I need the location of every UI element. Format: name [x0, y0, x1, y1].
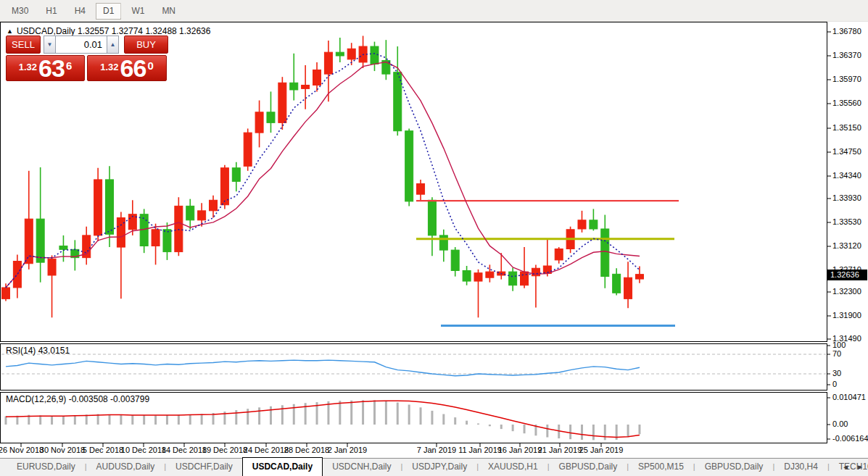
- timeframe-button-h4[interactable]: H4: [67, 3, 93, 20]
- macd-axis-label: 0.00: [832, 419, 848, 428]
- symbol-tab-usdcad-3[interactable]: USDCAD,Daily: [242, 457, 323, 476]
- sell-price-big-digits: 63: [38, 59, 65, 79]
- timeframe-button-w1[interactable]: W1: [124, 3, 152, 20]
- timeframe-buttons: M30H1H4D1W1MN: [0, 4, 184, 16]
- sell-price-prefix: 1.32: [19, 59, 37, 75]
- timeframe-button-d1[interactable]: D1: [96, 3, 121, 20]
- symbol-tab-sp500-8[interactable]: SP500,M15: [629, 459, 693, 476]
- date-axis-label: 5 Dec 2018: [83, 446, 123, 454]
- price-axis-label: 1.31900: [832, 311, 861, 320]
- date-axis-label: 21 Jan 2019: [538, 446, 582, 454]
- symbol-tab-gbpusd-7[interactable]: GBPUSD,Daily: [550, 459, 627, 476]
- current-price-tag: 1.32636: [827, 270, 867, 280]
- date-axis-label: 14 Dec 2018: [162, 446, 207, 454]
- rsi-axis-label: 70: [832, 349, 841, 358]
- volume-decrease-button[interactable]: ▼: [44, 36, 56, 54]
- symbol-tab-usdcnh-4[interactable]: USDCNH,Daily: [323, 459, 400, 476]
- symbol-tab-usdjpy-5[interactable]: USDJPY,Daily: [402, 459, 476, 476]
- symbol-tabs: EURUSD,Daily|AUDUSD,Daily|USDCHF,DailyUS…: [7, 459, 868, 476]
- symbol-tab-dj30-10[interactable]: DJ30,H4: [774, 459, 827, 476]
- price-axis-label: 1.32300: [832, 287, 861, 296]
- one-click-trading-widget: SELL ▼ ▲ BUY 1.32 63 6 1.32 66 0: [6, 36, 168, 81]
- rsi-axis-label: 100: [832, 341, 846, 349]
- buy-price-big-digits: 66: [120, 59, 146, 79]
- buy-price-prefix: 1.32: [100, 59, 118, 75]
- sell-price-panel[interactable]: 1.32 63 6: [6, 55, 85, 81]
- price-axis-label: 1.36370: [832, 51, 861, 59]
- price-axis-label: 1.33120: [832, 241, 861, 250]
- date-axis-label: 10 Dec 2018: [121, 446, 166, 454]
- timeframe-toolbar: M30H1H4D1W1MN: [0, 0, 868, 22]
- date-axis-label: 19 Dec 2018: [202, 446, 247, 454]
- symbol-tabbar: EURUSD,Daily|AUDUSD,Daily|USDCHF,DailyUS…: [0, 458, 868, 476]
- price-axis-label: 1.33930: [832, 193, 861, 202]
- macd-axis-label: 0.010471: [832, 393, 866, 401]
- date-axis-label: 11 Jan 2019: [458, 446, 502, 454]
- tab-scroll-right-icon[interactable]: ►: [856, 463, 864, 471]
- macd-axis-label: -0.006164: [832, 434, 868, 443]
- rsi-label: RSI(14) 43.0151: [6, 346, 70, 356]
- volume-stepper: ▼ ▲: [44, 36, 119, 54]
- macd-label: MACD(12,26,9) -0.003508 -0.003799: [6, 394, 149, 404]
- rsi-axis-label: 30: [832, 369, 841, 377]
- chart-ohlc-values: 1.32557 1.32774 1.32488 1.32636: [78, 26, 211, 36]
- date-axis-label: 30 Nov 2018: [40, 446, 85, 454]
- price-axis-label: 1.36780: [832, 27, 861, 36]
- symbol-tab-audusd-1[interactable]: AUDUSD,Daily: [87, 459, 165, 476]
- toolbar-separator: [120, 3, 121, 18]
- timeframe-button-h1[interactable]: H1: [38, 3, 64, 20]
- buy-price-pip-digit: 0: [147, 57, 153, 74]
- collapse-triangle-icon[interactable]: ▲: [7, 28, 13, 35]
- symbol-tab-xauusd-6[interactable]: XAUUSD,H1: [479, 459, 547, 476]
- price-axis-label: 1.35560: [832, 99, 861, 107]
- tab-scroll-left-icon[interactable]: ◄: [842, 463, 849, 471]
- price-axis-label: 1.35970: [832, 75, 861, 83]
- timeframe-button-m30[interactable]: M30: [4, 3, 36, 20]
- buy-button[interactable]: BUY: [124, 36, 168, 54]
- chart-symbol-label: USDCAD,Daily: [17, 26, 75, 36]
- sell-button[interactable]: SELL: [6, 36, 41, 54]
- sell-price-pip-digit: 6: [66, 57, 72, 74]
- date-axis-label: 25 Jan 2019: [579, 446, 624, 454]
- date-axis-label: 28 Dec 2018: [284, 446, 329, 454]
- date-axis-label: 24 Dec 2018: [244, 446, 289, 454]
- price-axis-label: 1.33530: [832, 217, 861, 226]
- symbol-tab-usdchf-2[interactable]: USDCHF,Daily: [166, 459, 242, 476]
- price-axis-label: 1.35150: [832, 123, 861, 132]
- symbol-tab-gbpusd-9[interactable]: GBPUSD,Daily: [695, 459, 773, 476]
- volume-increase-button[interactable]: ▲: [107, 36, 119, 54]
- date-axis-label: 26 Nov 2018: [0, 446, 44, 454]
- rsi-axis-label: 0: [832, 380, 837, 388]
- buy-price-panel[interactable]: 1.32 66 0: [87, 55, 167, 81]
- terminal-window: M30H1H4D1W1MN ▲USDCAD,Daily 1.32557 1.32…: [0, 0, 868, 476]
- date-axis-label: 7 Jan 2019: [417, 446, 456, 454]
- symbol-tab-eurusd-0[interactable]: EURUSD,Daily: [7, 459, 85, 476]
- price-axis-label: 1.34750: [832, 147, 861, 156]
- volume-input[interactable]: [56, 36, 107, 54]
- chart-title: ▲USDCAD,Daily 1.32557 1.32774 1.32488 1.…: [7, 26, 210, 36]
- date-axis-label: 2 Jan 2019: [328, 446, 367, 454]
- price-axis-label: 1.34340: [832, 171, 861, 180]
- rsi-pane[interactable]: [0, 343, 827, 391]
- tab-scroll-buttons: ◄ ►: [842, 459, 864, 475]
- date-axis-label: 16 Jan 2019: [498, 446, 542, 454]
- timeframe-button-mn[interactable]: MN: [154, 3, 183, 20]
